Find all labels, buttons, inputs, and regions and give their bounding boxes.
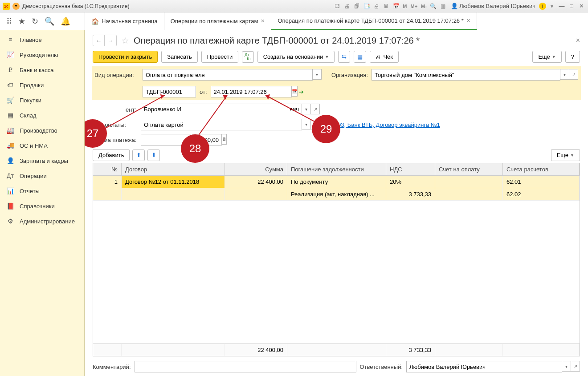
history-icon[interactable]: ↻	[32, 16, 38, 26]
close-page-button[interactable]: ×	[576, 36, 580, 44]
sidebar-item[interactable]: ▦Склад	[0, 108, 84, 123]
dropdown-icon[interactable]: ▾	[313, 69, 322, 80]
structure-button[interactable]: ⇆	[338, 51, 350, 63]
nav-icon: Дт	[6, 172, 14, 179]
responsible-input[interactable]	[406, 361, 562, 372]
help-button[interactable]: ?	[565, 51, 580, 63]
th-number[interactable]: №	[93, 163, 122, 175]
dropdown-icon[interactable]: ▾	[302, 119, 311, 129]
add-row-button[interactable]: Добавить	[93, 149, 130, 161]
th-vat[interactable]: НДС	[386, 163, 435, 175]
close-button[interactable]: ✕	[577, 3, 585, 10]
counterparty-input[interactable]: Боровченко Ивич	[141, 104, 302, 115]
sidebar-item[interactable]: 🚚ОС и НМА	[0, 138, 84, 153]
sidebar-item[interactable]: 🏭Производство	[0, 123, 84, 138]
organization-input[interactable]	[372, 69, 560, 81]
calc-icon[interactable]: 🖩	[382, 2, 390, 10]
copy-icon[interactable]: 🗐	[353, 2, 361, 10]
callout-29: 29	[312, 115, 340, 143]
payment-type-input[interactable]	[141, 119, 302, 130]
info-icon[interactable]: i	[539, 3, 546, 10]
search-icon[interactable]: 🔍	[45, 16, 54, 26]
number-input[interactable]	[143, 86, 196, 97]
open-icon[interactable]: ↗	[571, 361, 580, 372]
nav-label: Производство	[20, 127, 57, 134]
print2-icon[interactable]: 🖨	[372, 2, 380, 10]
th-contract[interactable]: Договор	[122, 163, 225, 175]
open-icon[interactable]: ↗	[311, 104, 320, 114]
attachments-button[interactable]: ▤	[354, 51, 366, 63]
main-toolbar: ⠿ ★ ↻ 🔍 🔔 🏠Начальная страница Операции п…	[0, 12, 588, 30]
save-button[interactable]: Записать	[161, 51, 198, 63]
nav-label: Покупки	[20, 97, 41, 104]
minimize-button[interactable]: —	[558, 3, 566, 10]
more-button[interactable]: Еще▼	[532, 51, 561, 63]
table-row[interactable]: Реализация (акт, накладная) ...3 733,336…	[93, 188, 580, 201]
open-icon[interactable]: ↗	[569, 69, 578, 80]
compare-icon[interactable]: 📑	[363, 2, 371, 10]
favorite-icon[interactable]: ★	[18, 16, 25, 26]
apps-icon[interactable]: ⠿	[6, 16, 12, 26]
nav-icon: 🏷	[6, 81, 14, 89]
sidebar-item[interactable]: ⚙Администрирование	[0, 214, 84, 229]
sidebar-item[interactable]: 📊Отчеты	[0, 183, 84, 198]
sidebar-item[interactable]: 🏷Продажи	[0, 77, 84, 93]
panels-icon[interactable]: ▥	[439, 2, 447, 10]
sidebar-item[interactable]: ДтОперации	[0, 168, 84, 183]
print-icon[interactable]: 🖨	[343, 2, 351, 10]
th-sum[interactable]: Сумма	[225, 163, 287, 175]
check-button[interactable]: 🖨Чек	[370, 51, 399, 63]
calendar-icon[interactable]: 📅	[392, 2, 400, 10]
th-invoice[interactable]: Счет на оплату	[435, 163, 503, 175]
nav-arrows: ← →	[93, 35, 117, 46]
dropdown-icon[interactable]: ▾	[548, 2, 556, 10]
tab-operations-list[interactable]: Операции по платежным картам✕	[164, 12, 272, 30]
move-down-button[interactable]: ⬇	[147, 150, 160, 161]
dtkt-button[interactable]: Дт Кт	[242, 51, 253, 63]
create-based-on-button[interactable]: Создать на основании▼	[257, 51, 335, 63]
table-more-button[interactable]: Еще▼	[551, 149, 580, 161]
footer-vat: 3 733,33	[386, 344, 435, 356]
forward-button[interactable]: →	[105, 35, 116, 46]
close-icon[interactable]: ✕	[466, 18, 470, 24]
memory-m[interactable]: M	[402, 4, 408, 9]
zoom-icon[interactable]: 🔍	[429, 2, 437, 10]
calculator-icon[interactable]: 🖩	[222, 134, 227, 145]
dropdown-icon[interactable]: ▾	[302, 104, 311, 114]
memory-mminus[interactable]: M-	[420, 4, 428, 9]
sidebar-item[interactable]: 👤Зарплата и кадры	[0, 153, 84, 168]
sidebar-item[interactable]: ₽Банк и касса	[0, 62, 84, 77]
save-icon[interactable]: 🖫	[333, 2, 341, 10]
notifications-icon[interactable]: 🔔	[61, 16, 70, 26]
post-and-close-button[interactable]: Провести и закрыть	[93, 51, 158, 63]
sidebar-item[interactable]: 🛒Покупки	[0, 93, 84, 108]
sidebar-item[interactable]: 📕Справочники	[0, 198, 84, 214]
favorite-star-icon[interactable]: ☆	[121, 35, 129, 46]
move-up-button[interactable]: ⬆	[132, 150, 145, 161]
home-icon: 🏠	[91, 18, 99, 25]
tab-operation-card[interactable]: Операция по платежной карте ТДБП-000001 …	[271, 12, 477, 30]
comment-input[interactable]	[135, 361, 356, 372]
sidebar-item[interactable]: 📈Руководителю	[0, 47, 84, 62]
calendar-icon[interactable]: 📅	[292, 86, 298, 97]
th-debt[interactable]: Погашение задолженности	[287, 163, 386, 175]
current-user[interactable]: 👤Любимов Валерий Юрьевич	[449, 3, 537, 9]
th-accounts[interactable]: Счета расчетов	[503, 163, 580, 175]
acquiring-link[interactable]: 57.03, Банк ВТБ, Договор эквайринга №1	[330, 121, 440, 128]
close-icon[interactable]: ✕	[261, 18, 265, 24]
title-bar: 1c ▼ Демонстрационная база (1С:Предприят…	[0, 0, 588, 12]
date-input[interactable]	[211, 86, 292, 97]
memory-mplus[interactable]: M+	[410, 4, 419, 9]
table-row[interactable]: 1Договор №12 от 01.11.201822 400,00По до…	[93, 176, 580, 188]
post-button[interactable]: Провести	[201, 51, 239, 63]
dropdown-icon[interactable]: ▾	[560, 69, 569, 80]
nav-icon: 📈	[6, 51, 14, 58]
operation-type-input[interactable]	[143, 69, 313, 81]
tab-home[interactable]: 🏠Начальная страница	[85, 12, 164, 30]
app-menu-dropdown-icon[interactable]: ▼	[12, 3, 20, 10]
dropdown-icon[interactable]: ▾	[562, 361, 571, 372]
maximize-button[interactable]: □	[568, 3, 576, 10]
footer-sum: 22 400,00	[225, 344, 287, 356]
sidebar-item[interactable]: ≡Главное	[0, 32, 84, 47]
back-button[interactable]: ←	[93, 35, 105, 46]
